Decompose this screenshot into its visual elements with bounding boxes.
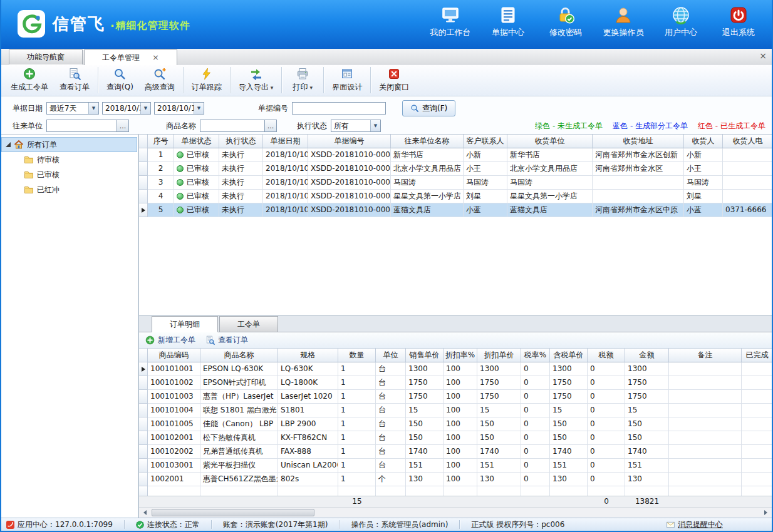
column-header[interactable]: 客户联系人: [464, 135, 507, 148]
toolbar-print[interactable]: 打印▾: [284, 66, 321, 95]
table-row[interactable]: 1002001惠普CH561ZZ黑色墨盒802s1个13010013001300…: [139, 473, 772, 486]
toolbar-advanced-query[interactable]: 高级查询: [139, 66, 180, 95]
toolbar-view-order[interactable]: 查看订单: [54, 66, 95, 95]
table-row[interactable]: 100101003惠普（HP）LaserJetLaserJet 10201台17…: [139, 390, 772, 404]
table-row[interactable]: 100101005佳能（Canon） LBPLBP 29001台15010015…: [139, 417, 772, 431]
column-header[interactable]: 备注: [669, 349, 742, 362]
message-center-link[interactable]: 消息提醒中心: [667, 519, 723, 530]
exec-status-select[interactable]: 所有 ▼: [331, 120, 381, 132]
column-header[interactable]: 商品编码: [148, 349, 200, 362]
tree-item-1[interactable]: 已审核: [1, 167, 137, 182]
toolbar-generate-workorder[interactable]: 生成工令单: [5, 66, 54, 95]
table-row[interactable]: 1已审核未执行2018/10/10XSDD-20181010-0005新华书店小…: [139, 148, 772, 162]
row-indicator[interactable]: [139, 473, 148, 486]
row-indicator[interactable]: [139, 459, 148, 473]
column-header[interactable]: 单位: [376, 349, 406, 362]
nav-my-workbench[interactable]: 我的工作台: [426, 6, 475, 38]
column-header[interactable]: 税率%: [521, 349, 550, 362]
column-header[interactable]: 执行状态: [219, 135, 263, 148]
row-indicator[interactable]: [139, 362, 148, 376]
row-indicator[interactable]: [139, 376, 148, 390]
tree-expander-icon[interactable]: [6, 142, 11, 147]
partner-browse-button[interactable]: …: [117, 120, 129, 132]
toolbar-query[interactable]: 查询(Q): [101, 66, 139, 95]
scroll-thumb[interactable]: [152, 509, 314, 516]
tree-item-0[interactable]: 待审核: [1, 152, 137, 167]
column-header[interactable]: 单据日期: [263, 135, 308, 148]
row-indicator[interactable]: [139, 417, 148, 431]
row-indicator[interactable]: [139, 445, 148, 459]
nav-switch-operator[interactable]: 更换操作员: [599, 6, 648, 38]
column-header[interactable]: 单据编号: [308, 135, 391, 148]
row-indicator[interactable]: [139, 404, 148, 417]
chevron-down-icon[interactable]: ▼: [140, 103, 150, 114]
toolbar-import-export[interactable]: 导入导出▾: [233, 66, 279, 95]
table-row[interactable]: 4已审核未执行2018/10/10XSDD-20181010-0002星星文具第…: [139, 190, 772, 203]
column-header[interactable]: 商品名称: [200, 349, 278, 362]
row-indicator[interactable]: [139, 203, 148, 217]
table-row[interactable]: 100101001EPSON LQ-630KLQ-630K1台130010013…: [139, 362, 772, 376]
toolbar-close-window[interactable]: 关闭窗口: [373, 66, 415, 95]
product-browse-button[interactable]: …: [265, 120, 277, 132]
toolbar-ui-design[interactable]: 界面设计: [326, 66, 368, 95]
row-indicator[interactable]: [139, 486, 148, 496]
column-header[interactable]: 销售单价: [406, 349, 444, 362]
table-row[interactable]: 100101002EPSON针式打印机LQ-1800K1台17501001750…: [139, 376, 772, 390]
close-icon[interactable]: ×: [152, 53, 159, 62]
tab-workorder-management[interactable]: 工令单管理×: [84, 49, 177, 65]
h-scrollbar[interactable]: [139, 507, 772, 518]
table-row[interactable]: 100102002兄弟普通纸传真机FAX-8881台17401001740017…: [139, 445, 772, 459]
detail-tab-workorder[interactable]: 工令单: [219, 316, 278, 332]
tree-item-all-orders[interactable]: 所有订单: [1, 137, 137, 152]
column-header[interactable]: 单据状态: [174, 135, 219, 148]
partner-input[interactable]: [46, 120, 117, 132]
chevron-down-icon[interactable]: ▼: [88, 103, 98, 114]
date-from-select[interactable]: 2018/10/3 ▼: [102, 102, 151, 115]
date-range-select[interactable]: 最近7天 ▼: [46, 102, 99, 115]
row-indicator[interactable]: [139, 190, 148, 203]
date-to-select[interactable]: 2018/10/10 ▼: [154, 102, 204, 115]
row-indicator[interactable]: [139, 431, 148, 445]
row-indicator[interactable]: [139, 390, 148, 404]
toolbar-order-tracking[interactable]: 订单跟踪: [186, 66, 227, 95]
row-indicator[interactable]: [139, 162, 148, 176]
row-indicator[interactable]: [139, 176, 148, 190]
table-row[interactable]: 100103001紫光平板扫描仪Uniscan LA20001台15110015…: [139, 459, 772, 473]
column-header[interactable]: 数量: [338, 349, 376, 362]
query-button[interactable]: 查询(F): [402, 100, 455, 116]
column-header[interactable]: 序号: [148, 135, 174, 148]
table-row[interactable]: 5已审核未执行2018/10/10XSDD-20181010-0001蓝猫文具店…: [139, 203, 772, 217]
row-indicator[interactable]: [139, 148, 148, 162]
detail-toolbar-add-workorder[interactable]: 新增工令单: [145, 335, 195, 345]
chevron-down-icon[interactable]: ▼: [370, 120, 380, 131]
column-header[interactable]: 收货地址: [593, 135, 684, 148]
nav-exit-system[interactable]: 退出系统: [714, 6, 763, 38]
detail-tab-order-details[interactable]: 订单明细: [152, 316, 218, 332]
nav-change-password[interactable]: 修改密码: [541, 6, 590, 38]
nav-user-center[interactable]: 用户中心: [656, 6, 705, 38]
column-header[interactable]: 折扣单价: [477, 349, 521, 362]
table-row[interactable]: 100101004联想 S1801 黑白激光S18011台15100150150…: [139, 404, 772, 417]
tab-function-nav[interactable]: 功能导航窗: [9, 49, 83, 64]
column-header[interactable]: 已完成: [742, 349, 772, 362]
column-header[interactable]: 规格: [278, 349, 338, 362]
chevron-down-icon[interactable]: ▾: [271, 84, 274, 91]
product-input[interactable]: [200, 120, 265, 132]
column-header[interactable]: 金额: [625, 349, 669, 362]
column-header[interactable]: 含税单价: [550, 349, 588, 362]
table-row[interactable]: 2已审核未执行2018/10/10XSDD-20181010-0004北京小学文…: [139, 162, 772, 176]
column-header[interactable]: 收货人: [684, 135, 723, 148]
table-row[interactable]: [139, 486, 772, 496]
chevron-down-icon[interactable]: ▾: [310, 84, 313, 91]
column-header[interactable]: 税额: [588, 349, 625, 362]
table-row[interactable]: 100102001松下热敏传真机KX-FT862CN1台150100150015…: [139, 431, 772, 445]
nav-document-center[interactable]: 单据中心: [484, 6, 532, 38]
column-header[interactable]: 收货单位: [507, 135, 593, 148]
scroll-right-button[interactable]: [760, 508, 771, 518]
column-header[interactable]: 往来单位名称: [391, 135, 464, 148]
table-row[interactable]: 3已审核未执行2018/10/10XSDD-20181010-0003马国涛马国…: [139, 176, 772, 190]
chevron-down-icon[interactable]: ▼: [194, 103, 204, 114]
doc-no-input[interactable]: [292, 102, 386, 115]
column-header[interactable]: 折扣率%: [444, 349, 477, 362]
detail-toolbar-view-order[interactable]: 查看订单: [205, 335, 248, 345]
